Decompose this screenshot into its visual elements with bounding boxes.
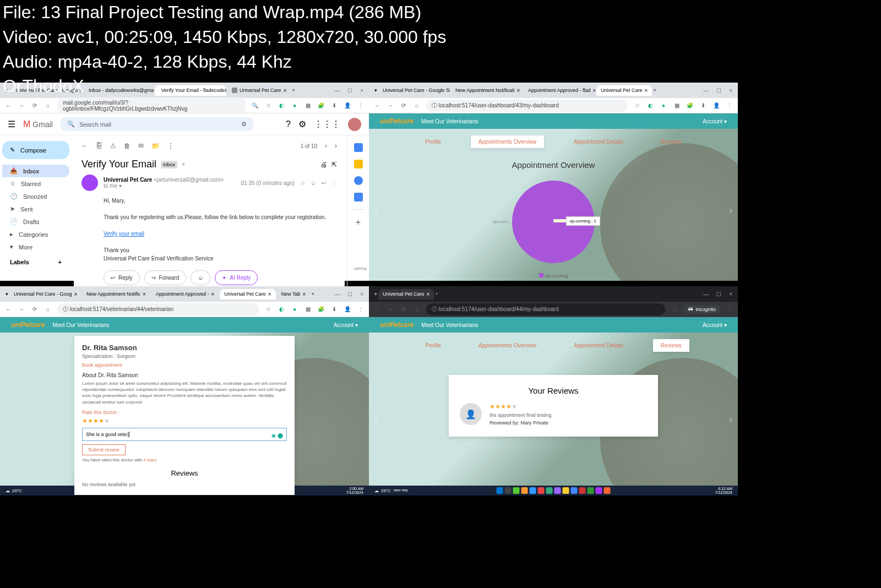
- app-logo[interactable]: uniPetcare: [11, 321, 45, 329]
- chevron-down-icon[interactable]: ▾: [119, 183, 122, 189]
- task-icon[interactable]: [513, 487, 520, 494]
- book-appointment-link[interactable]: Book appointment: [82, 362, 287, 368]
- task-icon[interactable]: [604, 487, 611, 494]
- forward-icon[interactable]: →: [387, 102, 394, 110]
- sidebar-item-sent[interactable]: ➤Sent: [2, 203, 69, 215]
- tab-appointment-details[interactable]: Appointment Details: [566, 135, 631, 148]
- hamburger-icon[interactable]: ☰: [8, 119, 15, 129]
- extension-icon[interactable]: ◐: [278, 102, 285, 110]
- carousel-next-icon[interactable]: ›: [729, 205, 732, 216]
- sidebar-item-snoozed[interactable]: 🕐Snoozed: [2, 190, 69, 203]
- tune-icon[interactable]: ⚙: [241, 121, 247, 128]
- browser-tab[interactable]: Universal Pet Care - Goog×: [9, 289, 81, 300]
- browser-tab[interactable]: New Appointment Notificati×: [451, 85, 523, 96]
- reply-icon[interactable]: ↩: [322, 180, 326, 186]
- task-icon[interactable]: [579, 487, 586, 494]
- carousel-prev-icon[interactable]: ‹: [374, 205, 378, 216]
- archive-icon[interactable]: 🗄: [96, 142, 102, 150]
- ai-reply-button[interactable]: ✦ AI Reply: [215, 270, 258, 285]
- task-icon[interactable]: [588, 487, 594, 494]
- nav-link[interactable]: Meet Our Veterinarians: [421, 322, 478, 328]
- home-icon[interactable]: ⌂: [44, 102, 52, 110]
- task-icon[interactable]: [563, 487, 569, 494]
- popout-icon[interactable]: ⇱: [331, 161, 337, 168]
- review-textarea[interactable]: She is a good vete| ◉ ⬤: [82, 428, 287, 441]
- prev-icon[interactable]: ‹: [325, 142, 327, 150]
- forward-button[interactable]: ↪ Forward: [144, 270, 187, 285]
- tab-appointments-overview[interactable]: Appointments Overview: [471, 135, 545, 148]
- rating-stars-input[interactable]: ★★★★★: [82, 417, 287, 424]
- task-icon[interactable]: [554, 487, 561, 494]
- extension-icon[interactable]: ▦: [304, 102, 312, 110]
- emoji-button[interactable]: ☺: [191, 270, 210, 285]
- nav-link[interactable]: Meet Our Veterinarians: [52, 322, 109, 328]
- url-field[interactable]: ⓘ localhost:5174/veterinarian/44/veterin…: [57, 303, 259, 315]
- reload-icon[interactable]: ⟳: [31, 102, 39, 110]
- print-icon[interactable]: 🖨: [320, 161, 327, 168]
- delete-icon[interactable]: 🗑: [124, 142, 130, 150]
- star-icon[interactable]: ☆: [633, 102, 641, 110]
- clock[interactable]: 2:00 AM7/12/2024: [346, 487, 363, 494]
- task-icon[interactable]: [521, 487, 528, 494]
- sidebar-item-categories[interactable]: ▸Categories: [2, 228, 69, 241]
- incognito-badge[interactable]: 🕶 Incognito: [684, 305, 720, 314]
- nav-link[interactable]: Meet Our Veterinarians: [421, 118, 478, 124]
- tab-reviews[interactable]: Reviews: [653, 135, 689, 148]
- browser-tab[interactable]: New Appointment Notific×: [82, 289, 150, 300]
- tab-profile[interactable]: Profile: [417, 135, 448, 148]
- account-menu[interactable]: Account ▾: [703, 322, 727, 328]
- reply-button[interactable]: ↩ Reply: [104, 270, 140, 285]
- browser-tab[interactable]: Appointment Approved - flad×: [524, 85, 595, 96]
- account-menu[interactable]: Account ▾: [334, 322, 358, 328]
- new-tab-button[interactable]: +: [653, 88, 656, 93]
- back-icon[interactable]: ←: [373, 102, 381, 110]
- back-icon[interactable]: ←: [81, 142, 88, 150]
- extension-icon[interactable]: ●: [291, 102, 298, 110]
- help-icon[interactable]: ?: [286, 119, 291, 129]
- grammarly-icon[interactable]: ◉ ⬤: [271, 433, 283, 438]
- carousel-next-icon[interactable]: ›: [729, 414, 732, 426]
- tab-appointments-overview[interactable]: Appointments Overview: [471, 339, 545, 352]
- next-icon[interactable]: ›: [335, 142, 337, 150]
- browser-tab-active[interactable]: Universal Pet Care×: [378, 289, 434, 300]
- task-icon[interactable]: [538, 487, 545, 494]
- home-icon[interactable]: ⌂: [413, 102, 421, 110]
- browser-tab[interactable]: Appointment Approved - ×: [151, 289, 219, 300]
- unread-icon[interactable]: ✉: [138, 142, 144, 150]
- weather-widget[interactable]: ☁ 29°C মেঘলা আছে: [374, 488, 408, 493]
- avatar[interactable]: [348, 118, 361, 131]
- tasks-icon[interactable]: [354, 176, 363, 185]
- zoom-icon[interactable]: 🔍: [251, 102, 259, 110]
- plus-icon[interactable]: +: [356, 217, 361, 227]
- url-field[interactable]: mail.google.com/mail/u/3/?ogbl#inbox/FMf…: [57, 97, 246, 114]
- tab-appointment-details[interactable]: Appointment Details: [566, 339, 631, 352]
- contacts-icon[interactable]: [354, 193, 363, 202]
- task-icon[interactable]: [596, 487, 602, 494]
- carousel-prev-icon[interactable]: ‹: [374, 414, 378, 426]
- task-icon[interactable]: [571, 487, 578, 494]
- apps-icon[interactable]: ⋮⋮⋮: [314, 119, 340, 129]
- url-field[interactable]: ⓘ localhost:5174/user-dashboard/44/my-da…: [426, 303, 665, 315]
- account-menu[interactable]: Account ▾: [703, 118, 727, 124]
- sidebar-item-starred[interactable]: ☆Starred: [2, 177, 69, 190]
- more-icon[interactable]: ⋮: [331, 180, 337, 186]
- plus-icon[interactable]: +: [58, 259, 62, 265]
- inbox-chip[interactable]: Inbox: [161, 161, 177, 168]
- emoji-icon[interactable]: ☺: [311, 180, 316, 186]
- compose-button[interactable]: ✎Compose: [2, 141, 69, 159]
- more-icon[interactable]: ⋮: [167, 142, 174, 150]
- weather-widget[interactable]: ☁ 29°C: [6, 488, 22, 493]
- star-icon[interactable]: ☆: [264, 102, 272, 110]
- folder-icon[interactable]: 📁: [151, 142, 160, 150]
- forward-icon[interactable]: →: [18, 102, 25, 110]
- tab-reviews[interactable]: Reviews: [653, 339, 689, 352]
- search-input[interactable]: 🔍Search mail⚙: [61, 117, 253, 131]
- browser-tab-active[interactable]: Universal Pet Care×: [220, 289, 275, 300]
- browser-tab-active[interactable]: Universal Pet Care×: [596, 85, 652, 96]
- puzzle-icon[interactable]: 🧩: [317, 102, 325, 110]
- app-logo[interactable]: uniPetcare: [380, 117, 414, 125]
- clock[interactable]: 8:12 AM7/12/2024: [715, 487, 732, 494]
- back-icon[interactable]: ←: [4, 102, 12, 110]
- app-logo[interactable]: uniPetcare: [380, 321, 414, 329]
- url-field[interactable]: ⓘ localhost:5174/user-dashboard/43/my-da…: [426, 100, 628, 112]
